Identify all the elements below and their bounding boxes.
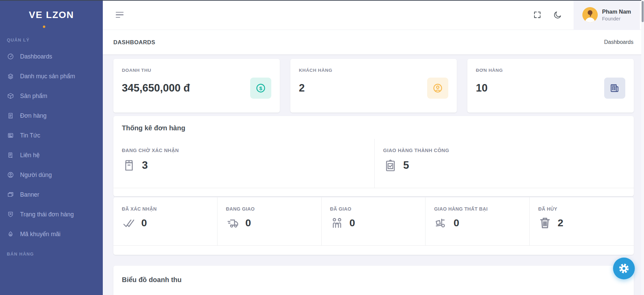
sidebar-item-label: Sản phẩm <box>20 93 47 100</box>
card-value: 345,650,000 đ <box>122 82 190 94</box>
logo-dot-icon <box>43 26 45 28</box>
sidebar-item-label: Danh mục sản phẩm <box>20 73 75 80</box>
menu-section-ban-hang: BÁN HÀNG <box>0 244 103 261</box>
card-label: ĐƠN HÀNG <box>476 68 625 73</box>
user-circle-icon <box>427 78 448 99</box>
stat-value: 2 <box>558 217 563 229</box>
sidebar-item-san-pham[interactable]: Sản phẩm <box>0 86 103 106</box>
stat-label: GIAO HÀNG THÀNH CÔNG <box>383 148 634 153</box>
top-header: Pham Nam Founder <box>103 0 644 30</box>
card-value: 10 <box>476 82 487 94</box>
card-value: 2 <box>299 82 305 94</box>
menu-section-quan-ly: QUẢN LÝ <box>0 30 103 47</box>
stat-da-xac-nhan: ĐÃ XÁC NHẬN 0 <box>113 197 218 245</box>
user-profile-menu[interactable]: Pham Nam Founder <box>574 0 640 30</box>
logo-text-pre: ve <box>29 10 43 20</box>
sidebar-item-lien-he[interactable]: Liên hệ <box>0 145 103 165</box>
revenue-chart-card: Biểu đồ doanh thu <box>113 266 634 295</box>
content: DOANH THU 345,650,000 đ $ KHÁCH HÀNG 2 <box>103 54 644 295</box>
user-circle-icon <box>7 171 14 178</box>
delivery-failed-icon <box>434 216 448 230</box>
scrollbar-track[interactable] <box>641 0 644 295</box>
sidebar-item-don-hang[interactable]: Đơn hàng <box>0 106 103 126</box>
stat-value: 0 <box>350 217 355 229</box>
scrollbar-thumb[interactable] <box>642 1 644 22</box>
settings-gear-button[interactable] <box>613 258 635 279</box>
sidebar-item-trang-thai-don-hang[interactable]: Trạng thái đơn hàng <box>0 204 103 224</box>
user-role: Founder <box>602 16 631 21</box>
sidebar-item-danh-muc-san-pham[interactable]: Danh mục sản phẩm <box>0 66 103 86</box>
package-icon <box>122 158 136 173</box>
stat-da-giao: ĐÃ GIAO 0 <box>322 197 426 245</box>
stat-dang-giao: ĐANG GIAO 0 <box>218 197 322 245</box>
images-icon <box>7 191 14 198</box>
cube-icon <box>7 93 14 99</box>
sidebar-item-nguoi-dung[interactable]: Người dùng <box>0 165 103 185</box>
stat-label: GIAO HÀNG THẤT BẠI <box>434 206 529 212</box>
dark-mode-moon-icon[interactable] <box>553 11 562 19</box>
order-stats-card: Thống kê đơn hàng ĐANG CHỜ XÁC NHẬN 3 GI… <box>113 116 634 196</box>
stat-label: ĐÃ GIAO <box>330 206 425 212</box>
sidebar-item-label: Mã khuyến mãi <box>20 231 61 238</box>
order-stats-title: Thống kê đơn hàng <box>113 116 634 139</box>
layers-icon <box>7 73 14 80</box>
velzon-logo[interactable]: velzon <box>0 0 103 30</box>
sidebar-item-label: Tin Tức <box>20 132 40 139</box>
card-label: KHÁCH HÀNG <box>299 68 448 73</box>
summary-cards-row: DOANH THU 345,650,000 đ $ KHÁCH HÀNG 2 <box>113 59 634 113</box>
logo-text-post: lzon <box>46 10 74 20</box>
sidebar-item-banner[interactable]: Banner <box>0 185 103 204</box>
stat-label: ĐANG CHỜ XÁC NHẬN <box>122 148 374 153</box>
sidebar-item-label: Trạng thái đơn hàng <box>20 211 74 218</box>
sidebar-item-label: Banner <box>20 191 39 198</box>
dollar-circle-icon: $ <box>250 78 271 99</box>
stat-dang-cho-xac-nhan: ĐANG CHỜ XÁC NHẬN 3 <box>113 139 375 188</box>
bill-icon <box>604 78 625 99</box>
hamburger-menu-icon[interactable] <box>115 10 124 20</box>
file-text-icon <box>7 152 14 159</box>
sidebar-item-dashboards[interactable]: Dashboards <box>0 47 103 66</box>
sidebar-item-ma-khuyen-mai[interactable]: Mã khuyến mãi <box>0 224 103 244</box>
card-label: DOANH THU <box>122 68 271 73</box>
stat-label: ĐÃ XÁC NHẬN <box>122 206 217 212</box>
shield-list-icon <box>7 211 14 218</box>
gear-icon <box>618 262 630 275</box>
stat-value: 0 <box>245 217 251 229</box>
breadcrumb[interactable]: Dashboards <box>604 39 633 45</box>
truck-icon <box>226 216 240 230</box>
trash-icon <box>538 216 552 230</box>
main-area: Pham Nam Founder DASHBOARDS Dashboards D… <box>103 0 644 295</box>
fullscreen-icon[interactable] <box>533 11 542 19</box>
clipboard-check-icon <box>383 158 398 173</box>
sidebar-item-label: Liên hệ <box>20 152 39 159</box>
sidebar-item-label: Đơn hàng <box>20 112 47 119</box>
page-title: DASHBOARDS <box>113 39 155 46</box>
stat-da-huy: ĐÃ HỦY 2 <box>530 197 634 245</box>
page-title-bar: DASHBOARDS Dashboards <box>103 30 644 54</box>
newspaper-icon <box>7 132 14 139</box>
order-stats-secondary-row: ĐÃ XÁC NHẬN 0 ĐANG GIAO 0 <box>113 197 634 246</box>
sidebar-item-label: Người dùng <box>20 171 52 179</box>
avatar <box>582 7 598 22</box>
stat-giao-hang-thanh-cong: GIAO HÀNG THÀNH CÔNG 5 <box>375 139 634 188</box>
stat-value: 5 <box>403 159 409 171</box>
svg-text:$: $ <box>259 85 262 91</box>
order-stats-primary-row: ĐANG CHỜ XÁC NHẬN 3 GIAO HÀNG THÀNH CÔNG <box>113 139 634 188</box>
card-khach-hang: KHÁCH HÀNG 2 <box>290 59 457 113</box>
stat-label: ĐANG GIAO <box>226 206 321 212</box>
card-doanh-thu: DOANH THU 345,650,000 đ $ <box>113 59 280 113</box>
double-check-icon <box>122 216 135 230</box>
handoff-icon <box>330 216 344 230</box>
stat-value: 0 <box>453 217 459 229</box>
flame-icon <box>7 231 14 237</box>
stat-label: ĐÃ HỦY <box>538 206 634 212</box>
stat-giao-hang-that-bai: GIAO HÀNG THẤT BẠI 0 <box>425 197 530 245</box>
order-stats-secondary-card: ĐÃ XÁC NHẬN 0 ĐANG GIAO 0 <box>113 197 634 255</box>
receipt-icon <box>7 112 14 119</box>
window-top-border <box>0 0 644 1</box>
user-name: Pham Nam <box>602 9 631 15</box>
sidebar-item-tin-tuc[interactable]: Tin Tức <box>0 126 103 145</box>
sidebar: velzon QUẢN LÝ Dashboards Danh mục sản p… <box>0 0 103 295</box>
sidebar-item-label: Dashboards <box>20 53 52 60</box>
stat-value: 0 <box>141 217 147 229</box>
